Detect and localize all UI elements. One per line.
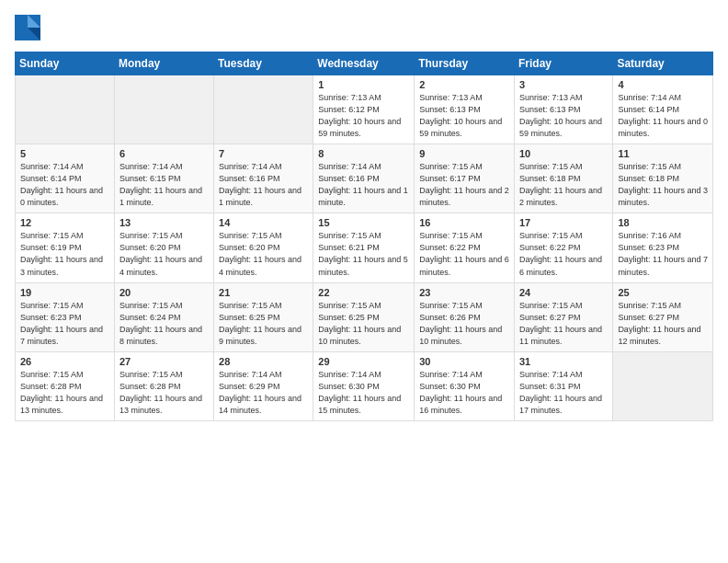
- day-info: Sunrise: 7:15 AM Sunset: 6:25 PM Dayligh…: [219, 300, 308, 348]
- day-number: 2: [419, 79, 509, 90]
- day-info: Sunrise: 7:14 AM Sunset: 6:16 PM Dayligh…: [318, 161, 409, 209]
- day-info: Sunrise: 7:15 AM Sunset: 6:24 PM Dayligh…: [119, 300, 209, 348]
- day-number: 3: [519, 79, 608, 90]
- day-number: 5: [20, 148, 109, 159]
- day-info: Sunrise: 7:15 AM Sunset: 6:27 PM Dayligh…: [618, 300, 708, 348]
- day-info: Sunrise: 7:15 AM Sunset: 6:28 PM Dayligh…: [119, 369, 209, 417]
- day-info: Sunrise: 7:14 AM Sunset: 6:29 PM Dayligh…: [219, 369, 308, 417]
- calendar-cell: 9Sunrise: 7:15 AM Sunset: 6:17 PM Daylig…: [415, 144, 515, 213]
- calendar-cell: 24Sunrise: 7:15 AM Sunset: 6:27 PM Dayli…: [514, 282, 612, 351]
- day-number: 1: [318, 79, 409, 90]
- day-info: Sunrise: 7:15 AM Sunset: 6:18 PM Dayligh…: [618, 161, 708, 209]
- day-info: Sunrise: 7:13 AM Sunset: 6:13 PM Dayligh…: [519, 92, 608, 140]
- day-number: 31: [519, 356, 608, 367]
- day-info: Sunrise: 7:15 AM Sunset: 6:17 PM Dayligh…: [419, 161, 509, 209]
- day-info: Sunrise: 7:16 AM Sunset: 6:23 PM Dayligh…: [618, 230, 708, 278]
- calendar-cell: 1Sunrise: 7:13 AM Sunset: 6:12 PM Daylig…: [313, 75, 415, 144]
- day-number: 21: [219, 287, 308, 298]
- calendar-cell: 14Sunrise: 7:15 AM Sunset: 6:20 PM Dayli…: [214, 213, 313, 282]
- day-number: 6: [119, 148, 209, 159]
- calendar-cell: 6Sunrise: 7:14 AM Sunset: 6:15 PM Daylig…: [114, 144, 213, 213]
- day-info: Sunrise: 7:14 AM Sunset: 6:16 PM Dayligh…: [219, 161, 308, 209]
- calendar-cell: 16Sunrise: 7:15 AM Sunset: 6:22 PM Dayli…: [415, 213, 515, 282]
- day-number: 25: [618, 287, 708, 298]
- day-number: 18: [618, 217, 708, 228]
- logo: [15, 15, 42, 40]
- calendar-cell: [214, 75, 313, 144]
- calendar-week-row: 1Sunrise: 7:13 AM Sunset: 6:12 PM Daylig…: [16, 75, 713, 144]
- day-info: Sunrise: 7:15 AM Sunset: 6:18 PM Dayligh…: [519, 161, 608, 209]
- calendar-cell: 5Sunrise: 7:14 AM Sunset: 6:14 PM Daylig…: [16, 144, 115, 213]
- calendar-cell: 11Sunrise: 7:15 AM Sunset: 6:18 PM Dayli…: [613, 144, 713, 213]
- day-info: Sunrise: 7:14 AM Sunset: 6:14 PM Dayligh…: [20, 161, 109, 209]
- calendar-cell: 15Sunrise: 7:15 AM Sunset: 6:21 PM Dayli…: [313, 213, 415, 282]
- day-header-sunday: Sunday: [16, 52, 115, 75]
- day-number: 28: [219, 356, 308, 367]
- day-number: 12: [20, 217, 109, 228]
- day-number: 7: [219, 148, 308, 159]
- calendar-cell: 26Sunrise: 7:15 AM Sunset: 6:28 PM Dayli…: [16, 351, 115, 420]
- logo-icon: [15, 15, 40, 40]
- calendar-cell: 13Sunrise: 7:15 AM Sunset: 6:20 PM Dayli…: [114, 213, 213, 282]
- day-info: Sunrise: 7:15 AM Sunset: 6:22 PM Dayligh…: [419, 230, 509, 278]
- calendar-cell: 28Sunrise: 7:14 AM Sunset: 6:29 PM Dayli…: [214, 351, 313, 420]
- day-number: 9: [419, 148, 509, 159]
- day-info: Sunrise: 7:15 AM Sunset: 6:25 PM Dayligh…: [318, 300, 409, 348]
- day-number: 27: [119, 356, 209, 367]
- day-number: 13: [119, 217, 209, 228]
- calendar-cell: 30Sunrise: 7:14 AM Sunset: 6:30 PM Dayli…: [415, 351, 515, 420]
- calendar-cell: 2Sunrise: 7:13 AM Sunset: 6:13 PM Daylig…: [415, 75, 515, 144]
- day-header-monday: Monday: [114, 52, 213, 75]
- calendar-cell: [114, 75, 213, 144]
- day-info: Sunrise: 7:15 AM Sunset: 6:19 PM Dayligh…: [20, 230, 109, 278]
- day-info: Sunrise: 7:14 AM Sunset: 6:30 PM Dayligh…: [318, 369, 409, 417]
- day-number: 29: [318, 356, 409, 367]
- calendar-week-row: 26Sunrise: 7:15 AM Sunset: 6:28 PM Dayli…: [16, 351, 713, 420]
- day-number: 8: [318, 148, 409, 159]
- calendar-cell: 7Sunrise: 7:14 AM Sunset: 6:16 PM Daylig…: [214, 144, 313, 213]
- calendar-cell: 23Sunrise: 7:15 AM Sunset: 6:26 PM Dayli…: [415, 282, 515, 351]
- day-info: Sunrise: 7:14 AM Sunset: 6:30 PM Dayligh…: [419, 369, 509, 417]
- page-header: [15, 15, 713, 40]
- day-number: 14: [219, 217, 308, 228]
- day-number: 11: [618, 148, 708, 159]
- day-header-friday: Friday: [514, 52, 612, 75]
- calendar-cell: 22Sunrise: 7:15 AM Sunset: 6:25 PM Dayli…: [313, 282, 415, 351]
- calendar-cell: 25Sunrise: 7:15 AM Sunset: 6:27 PM Dayli…: [613, 282, 713, 351]
- calendar-week-row: 5Sunrise: 7:14 AM Sunset: 6:14 PM Daylig…: [16, 144, 713, 213]
- day-number: 19: [20, 287, 109, 298]
- calendar-week-row: 12Sunrise: 7:15 AM Sunset: 6:19 PM Dayli…: [16, 213, 713, 282]
- day-info: Sunrise: 7:13 AM Sunset: 6:12 PM Dayligh…: [318, 92, 409, 140]
- calendar-cell: 8Sunrise: 7:14 AM Sunset: 6:16 PM Daylig…: [313, 144, 415, 213]
- day-number: 26: [20, 356, 109, 367]
- day-info: Sunrise: 7:15 AM Sunset: 6:20 PM Dayligh…: [119, 230, 209, 278]
- day-info: Sunrise: 7:13 AM Sunset: 6:13 PM Dayligh…: [419, 92, 509, 140]
- day-header-thursday: Thursday: [415, 52, 515, 75]
- calendar-cell: 20Sunrise: 7:15 AM Sunset: 6:24 PM Dayli…: [114, 282, 213, 351]
- day-info: Sunrise: 7:14 AM Sunset: 6:15 PM Dayligh…: [119, 161, 209, 209]
- day-number: 23: [419, 287, 509, 298]
- day-info: Sunrise: 7:15 AM Sunset: 6:28 PM Dayligh…: [20, 369, 109, 417]
- day-info: Sunrise: 7:15 AM Sunset: 6:23 PM Dayligh…: [20, 300, 109, 348]
- day-info: Sunrise: 7:15 AM Sunset: 6:26 PM Dayligh…: [419, 300, 509, 348]
- day-number: 4: [618, 79, 708, 90]
- day-number: 30: [419, 356, 509, 367]
- calendar-cell: [16, 75, 115, 144]
- calendar-cell: 19Sunrise: 7:15 AM Sunset: 6:23 PM Dayli…: [16, 282, 115, 351]
- day-number: 17: [519, 217, 608, 228]
- calendar-cell: 31Sunrise: 7:14 AM Sunset: 6:31 PM Dayli…: [514, 351, 612, 420]
- calendar-cell: 29Sunrise: 7:14 AM Sunset: 6:30 PM Dayli…: [313, 351, 415, 420]
- day-header-saturday: Saturday: [613, 52, 713, 75]
- day-info: Sunrise: 7:14 AM Sunset: 6:31 PM Dayligh…: [519, 369, 608, 417]
- calendar-cell: 17Sunrise: 7:15 AM Sunset: 6:22 PM Dayli…: [514, 213, 612, 282]
- calendar-cell: 10Sunrise: 7:15 AM Sunset: 6:18 PM Dayli…: [514, 144, 612, 213]
- day-info: Sunrise: 7:15 AM Sunset: 6:27 PM Dayligh…: [519, 300, 608, 348]
- calendar-week-row: 19Sunrise: 7:15 AM Sunset: 6:23 PM Dayli…: [16, 282, 713, 351]
- calendar-cell: 3Sunrise: 7:13 AM Sunset: 6:13 PM Daylig…: [514, 75, 612, 144]
- day-number: 22: [318, 287, 409, 298]
- day-info: Sunrise: 7:15 AM Sunset: 6:22 PM Dayligh…: [519, 230, 608, 278]
- calendar-cell: 21Sunrise: 7:15 AM Sunset: 6:25 PM Dayli…: [214, 282, 313, 351]
- calendar-cell: 18Sunrise: 7:16 AM Sunset: 6:23 PM Dayli…: [613, 213, 713, 282]
- day-header-tuesday: Tuesday: [214, 52, 313, 75]
- day-info: Sunrise: 7:14 AM Sunset: 6:14 PM Dayligh…: [618, 92, 708, 140]
